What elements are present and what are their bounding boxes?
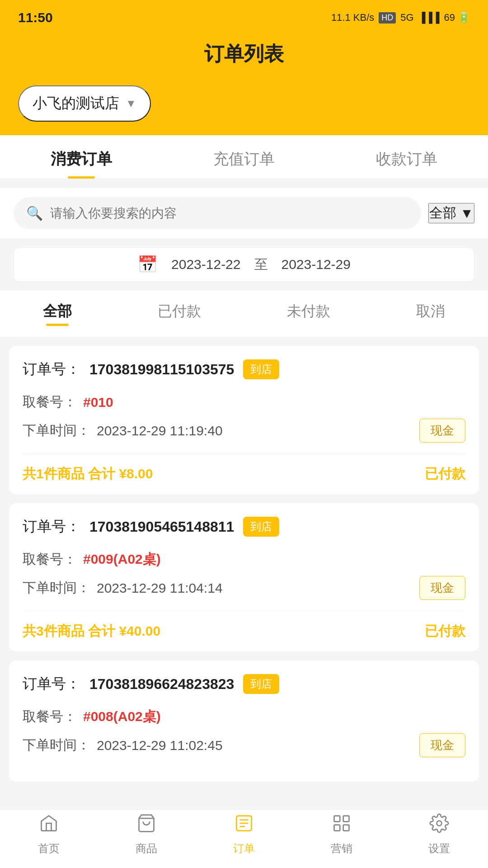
order-header: 订单号： 170381998115103575 到店 — [23, 359, 465, 379]
store-selector-section: 小飞的测试店 ▼ — [0, 81, 488, 135]
main-content: 消费订单 充值订单 收款订单 🔍 全部 ▼ 📅 2023-12-22 至 202… — [0, 135, 488, 849]
order-card[interactable]: 订单号： 170381998115103575 到店 取餐号： #010 下单时… — [9, 346, 479, 494]
search-input-wrap[interactable]: 🔍 — [14, 197, 421, 229]
time-label: 下单时间： — [23, 421, 90, 440]
tab-consume[interactable]: 消费订单 — [51, 149, 112, 179]
order-number-label: 订单号： — [23, 517, 80, 537]
order-time: 2023-12-29 11:02:45 — [97, 738, 223, 753]
store-selector-button[interactable]: 小飞的测试店 ▼ — [18, 85, 151, 122]
status-tab-unpaid[interactable]: 未付款 — [287, 302, 330, 326]
pickup-label: 取餐号： — [23, 393, 77, 411]
search-input[interactable] — [50, 206, 408, 221]
search-row: 🔍 全部 ▼ — [14, 197, 474, 229]
bottom-nav: 首页 商品 订单 — [0, 809, 488, 868]
settings-icon — [429, 813, 449, 838]
payment-method-badge: 现金 — [419, 419, 465, 443]
time-label: 下单时间： — [23, 736, 90, 755]
calendar-icon: 📅 — [137, 255, 158, 274]
nav-label-marketing: 营销 — [331, 841, 352, 856]
order-header: 订单号： 170381896624823823 到店 — [23, 674, 465, 694]
store-name: 小飞的测试店 — [33, 94, 119, 113]
order-number-label: 订单号： — [23, 674, 80, 694]
status-filter-tabs: 全部 已付款 未付款 取消 — [0, 291, 488, 337]
order-type-badge: 到店 — [243, 674, 279, 694]
pickup-number: #008(A02桌) — [83, 708, 161, 726]
nav-item-settings[interactable]: 设置 — [428, 813, 450, 856]
search-icon: 🔍 — [26, 205, 43, 221]
pickup-label: 取餐号： — [23, 550, 77, 569]
order-type-badge: 到店 — [243, 517, 279, 537]
order-card[interactable]: 订单号： 170381905465148811 到店 取餐号： #009(A02… — [9, 503, 479, 651]
nav-label-orders: 订单 — [233, 841, 255, 856]
nav-item-home[interactable]: 首页 — [38, 813, 60, 856]
nav-item-orders[interactable]: 订单 — [233, 813, 255, 856]
pickup-row: 取餐号： #009(A02桌) — [23, 550, 465, 569]
order-summary: 共1件商品 合计 ¥8.00 — [23, 465, 153, 483]
order-header: 订单号： 170381905465148811 到店 — [23, 517, 465, 537]
order-time: 2023-12-29 11:04:14 — [97, 580, 223, 596]
date-separator: 至 — [254, 255, 268, 274]
order-time-left: 下单时间： 2023-12-29 11:02:45 — [23, 736, 223, 755]
order-time-left: 下单时间： 2023-12-29 11:19:40 — [23, 421, 223, 440]
battery: 69 🔋 — [444, 12, 470, 24]
status-bar: 11:50 11.1 KB/s HD 5G ▐▐▐ 69 🔋 — [0, 0, 488, 32]
order-time: 2023-12-29 11:19:40 — [97, 423, 223, 439]
order-status: 已付款 — [425, 465, 465, 483]
search-section: 🔍 全部 ▼ — [0, 188, 488, 238]
orders-list: 订单号： 170381998115103575 到店 取餐号： #010 下单时… — [0, 346, 488, 782]
payment-method-badge: 现金 — [419, 576, 465, 600]
nav-label-products: 商品 — [136, 841, 157, 856]
order-time-row: 下单时间： 2023-12-29 11:02:45 现金 — [23, 733, 465, 757]
svg-point-9 — [437, 821, 442, 826]
order-type-badge: 到店 — [243, 359, 279, 379]
network-speed: 11.1 KB/s — [331, 12, 374, 24]
svg-rect-7 — [343, 825, 349, 830]
order-number-value: 170381905465148811 — [89, 519, 234, 535]
status-icons: 11.1 KB/s HD 5G ▐▐▐ 69 🔋 — [331, 12, 470, 24]
order-time-left: 下单时间： 2023-12-29 11:04:14 — [23, 579, 223, 597]
order-type-tabs: 消费订单 充值订单 收款订单 — [0, 135, 488, 179]
svg-rect-5 — [334, 816, 340, 821]
home-icon — [39, 813, 59, 838]
order-footer: 共3件商品 合计 ¥40.00 已付款 — [23, 611, 465, 651]
time-label: 下单时间： — [23, 579, 90, 597]
pickup-label: 取餐号： — [23, 708, 77, 726]
start-date: 2023-12-22 — [171, 257, 240, 272]
marketing-icon — [332, 813, 352, 838]
status-tab-cancel[interactable]: 取消 — [416, 302, 445, 326]
svg-rect-8 — [334, 825, 340, 830]
nav-item-marketing[interactable]: 营销 — [331, 813, 352, 856]
filter-button[interactable]: 全部 ▼ — [428, 203, 474, 223]
tab-recharge[interactable]: 充值订单 — [213, 149, 275, 179]
date-range-selector[interactable]: 📅 2023-12-22 至 2023-12-29 — [14, 247, 474, 282]
pickup-number: #010 — [83, 395, 113, 410]
order-summary: 共3件商品 合计 ¥40.00 — [23, 622, 160, 641]
bag-icon — [136, 813, 156, 838]
svg-rect-6 — [343, 816, 349, 821]
order-card[interactable]: 订单号： 170381896624823823 到店 取餐号： #008(A02… — [9, 660, 479, 782]
orders-icon — [234, 813, 254, 838]
signal-type: 5G — [400, 12, 413, 24]
status-tab-all[interactable]: 全部 — [43, 302, 72, 326]
nav-item-products[interactable]: 商品 — [136, 813, 157, 856]
order-status: 已付款 — [425, 622, 465, 641]
pickup-row: 取餐号： #008(A02桌) — [23, 708, 465, 726]
order-footer: 共1件商品 合计 ¥8.00 已付款 — [23, 453, 465, 494]
order-time-row: 下单时间： 2023-12-29 11:19:40 现金 — [23, 419, 465, 443]
nav-label-home: 首页 — [38, 841, 60, 856]
order-time-row: 下单时间： 2023-12-29 11:04:14 现金 — [23, 576, 465, 600]
page-title: 订单列表 — [0, 41, 488, 67]
status-tab-paid[interactable]: 已付款 — [158, 302, 201, 326]
payment-method-badge: 现金 — [419, 733, 465, 757]
pickup-number: #009(A02桌) — [83, 550, 161, 569]
order-number-value: 170381896624823823 — [89, 676, 234, 693]
order-number-value: 170381998115103575 — [89, 361, 234, 378]
nav-label-settings: 设置 — [428, 841, 450, 856]
page-header: 订单列表 — [0, 32, 488, 81]
chevron-down-icon: ▼ — [126, 97, 136, 110]
tab-payment[interactable]: 收款订单 — [376, 149, 437, 179]
hd-badge: HD — [379, 12, 396, 24]
filter-chevron-icon: ▼ — [460, 206, 474, 221]
signal-bars: ▐▐▐ — [418, 12, 440, 24]
pickup-row: 取餐号： #010 — [23, 393, 465, 411]
